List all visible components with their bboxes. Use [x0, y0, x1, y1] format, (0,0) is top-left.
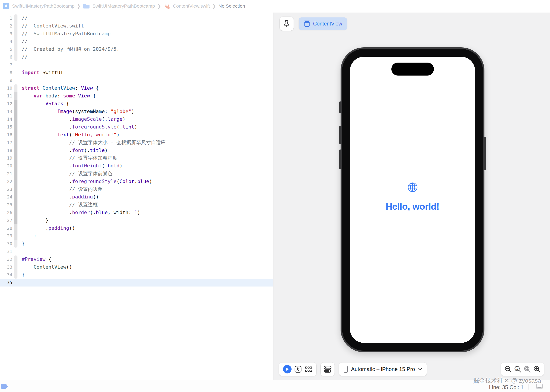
- code-editor[interactable]: 1//2// ContentView.swift3// SwiftUIMaste…: [0, 13, 273, 380]
- change-bar: [14, 100, 17, 108]
- line-number[interactable]: 17: [0, 139, 12, 147]
- code-line-17[interactable]: 17 // 设置字体大小 - 会根据屏幕尺寸自适应: [0, 139, 273, 147]
- line-number[interactable]: 29: [0, 232, 12, 240]
- code-text: .font(.title): [22, 147, 108, 154]
- code-line-21[interactable]: 21 // 设置字体前景色: [0, 170, 273, 178]
- code-text: Text("Hello, world!"): [22, 131, 119, 139]
- breadcrumb-file[interactable]: ContentView.swift: [173, 3, 210, 9]
- line-number[interactable]: 23: [0, 185, 12, 193]
- code-line-15[interactable]: 15 .foregroundStyle(.tint): [0, 123, 273, 131]
- zoom-to-fit-button[interactable]: [524, 365, 531, 373]
- breakpoint-tag-icon[interactable]: [1, 384, 8, 390]
- code-line-27[interactable]: 27 }: [0, 217, 273, 224]
- change-bar: [14, 224, 17, 232]
- zoom-in-button[interactable]: [533, 365, 541, 373]
- line-number[interactable]: 8: [0, 69, 12, 77]
- code-line-30[interactable]: 30}: [0, 240, 273, 248]
- code-line-2[interactable]: 2// ContentView.swift: [0, 22, 273, 30]
- code-line-3[interactable]: 3// SwiftUIMasteryPathBootcamp: [0, 30, 273, 38]
- zoom-out-button[interactable]: [504, 365, 512, 373]
- breadcrumb-group[interactable]: SwiftUIMasteryPathBootcamp: [92, 3, 155, 9]
- line-number[interactable]: 20: [0, 162, 12, 170]
- line-number[interactable]: 2: [0, 22, 12, 30]
- code-line-13[interactable]: 13 Image(systemName: "globe"): [0, 108, 273, 116]
- code-line-14[interactable]: 14 .imageScale(.large): [0, 115, 273, 123]
- code-line-12[interactable]: 12 VStack {: [0, 100, 273, 108]
- line-number[interactable]: 12: [0, 100, 12, 108]
- code-text: .foregroundStyle(.tint): [22, 123, 138, 131]
- line-number[interactable]: 1: [0, 14, 12, 22]
- code-line-25[interactable]: 25 // 设置边框: [0, 201, 273, 209]
- line-number[interactable]: 32: [0, 255, 12, 263]
- line-number[interactable]: 25: [0, 201, 12, 209]
- code-line-9[interactable]: 9: [0, 77, 273, 84]
- line-number[interactable]: 28: [0, 224, 12, 232]
- code-line-31[interactable]: 31: [0, 248, 273, 255]
- code-line-28[interactable]: 28 .padding(): [0, 224, 273, 232]
- line-number[interactable]: 9: [0, 77, 12, 84]
- line-number[interactable]: 31: [0, 248, 12, 255]
- code-line-5[interactable]: 5// Created by 周祥鹏 on 2024/9/5.: [0, 45, 273, 53]
- line-number[interactable]: 34: [0, 271, 12, 279]
- code-line-8[interactable]: 8import SwiftUI: [0, 69, 273, 77]
- line-number[interactable]: 22: [0, 178, 12, 185]
- line-number[interactable]: 13: [0, 108, 12, 116]
- code-line-19[interactable]: 19 // 设置字体加粗程度: [0, 154, 273, 162]
- line-number[interactable]: 16: [0, 131, 12, 139]
- line-number[interactable]: 26: [0, 209, 12, 217]
- line-number[interactable]: 3: [0, 30, 12, 38]
- variants-grid-button[interactable]: [304, 365, 313, 373]
- code-text: .foregroundStyle(Color.blue): [22, 178, 152, 185]
- selectable-preview-button[interactable]: [294, 365, 302, 373]
- line-number[interactable]: 21: [0, 170, 12, 178]
- code-line-11[interactable]: 11 var body: some View {: [0, 92, 273, 100]
- line-number[interactable]: 24: [0, 193, 12, 201]
- line-number[interactable]: 15: [0, 123, 12, 131]
- code-text: var body: some View {: [22, 92, 96, 100]
- line-number[interactable]: 6: [0, 53, 12, 61]
- device-settings-button[interactable]: [321, 363, 334, 376]
- code-line-23[interactable]: 23 // 设置内边距: [0, 185, 273, 193]
- code-line-34[interactable]: 34}: [0, 271, 273, 279]
- breadcrumb-project[interactable]: SwiftUIMasteryPathBootcamp: [12, 3, 74, 9]
- code-line-22[interactable]: 22 .foregroundStyle(Color.blue): [0, 178, 273, 185]
- editor-panel-icon[interactable]: [536, 384, 543, 390]
- code-line-20[interactable]: 20 .fontWeight(.bold): [0, 162, 273, 170]
- pin-preview-button[interactable]: [280, 17, 294, 31]
- code-line-16[interactable]: 16 Text("Hello, world!"): [0, 131, 273, 139]
- status-bar: 掘金技术社区 @ zyosasa Line: 35 Col: 1: [0, 380, 550, 392]
- preview-device-icon: [304, 21, 310, 27]
- pushpin-icon: [283, 20, 290, 28]
- code-line-1[interactable]: 1//: [0, 14, 273, 22]
- line-number[interactable]: 11: [0, 92, 12, 100]
- line-number[interactable]: 35: [0, 279, 12, 287]
- run-destination-dropdown[interactable]: Automatic – iPhone 15 Pro: [339, 363, 427, 376]
- code-line-18[interactable]: 18 .font(.title): [0, 147, 273, 154]
- code-line-7[interactable]: 7: [0, 61, 273, 69]
- line-number[interactable]: 14: [0, 115, 12, 123]
- line-number[interactable]: 27: [0, 217, 12, 224]
- code-line-6[interactable]: 6//: [0, 53, 273, 61]
- line-number[interactable]: 4: [0, 38, 12, 45]
- line-number[interactable]: 5: [0, 45, 12, 53]
- code-line-24[interactable]: 24 .padding(): [0, 193, 273, 201]
- line-number[interactable]: 19: [0, 154, 12, 162]
- line-number[interactable]: 30: [0, 240, 12, 248]
- code-line-35[interactable]: 35: [0, 279, 273, 287]
- code-text: // 设置内边距: [22, 185, 103, 193]
- preview-tab-contentview[interactable]: ContentView: [299, 17, 347, 30]
- code-line-29[interactable]: 29 }: [0, 232, 273, 240]
- line-number[interactable]: 10: [0, 84, 12, 92]
- zoom-100-button[interactable]: 1: [514, 365, 521, 373]
- code-line-4[interactable]: 4//: [0, 38, 273, 45]
- code-line-26[interactable]: 26 .border(.blue, width: 1): [0, 209, 273, 217]
- code-line-10[interactable]: 10struct ContentView: View {: [0, 84, 273, 92]
- code-text: //: [22, 38, 28, 45]
- line-number[interactable]: 7: [0, 61, 12, 69]
- breadcrumb-selection[interactable]: No Selection: [218, 3, 245, 9]
- live-preview-button[interactable]: [283, 365, 292, 373]
- code-line-32[interactable]: 32#Preview {: [0, 255, 273, 263]
- line-number[interactable]: 33: [0, 263, 12, 271]
- code-line-33[interactable]: 33 ContentView(): [0, 263, 273, 271]
- line-number[interactable]: 18: [0, 147, 12, 154]
